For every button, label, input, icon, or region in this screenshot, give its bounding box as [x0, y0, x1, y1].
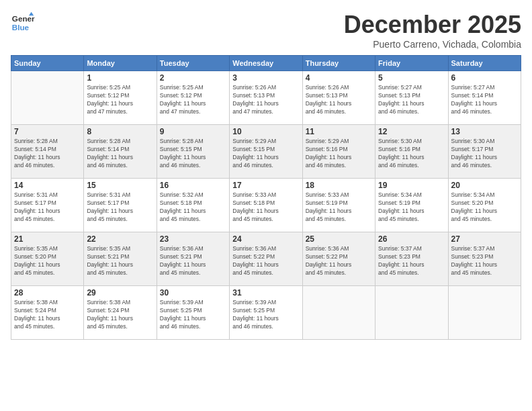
- calendar-week-3: 14Sunrise: 5:31 AM Sunset: 5:17 PM Dayli…: [11, 179, 521, 232]
- day-info: Sunrise: 5:35 AM Sunset: 5:21 PM Dayligh…: [87, 245, 153, 277]
- table-row: 20Sunrise: 5:34 AM Sunset: 5:20 PM Dayli…: [448, 179, 521, 232]
- day-info: Sunrise: 5:33 AM Sunset: 5:18 PM Dayligh…: [232, 191, 299, 224]
- day-info: Sunrise: 5:28 AM Sunset: 5:14 PM Dayligh…: [87, 138, 153, 170]
- day-number: 7: [14, 127, 81, 136]
- table-row: 24Sunrise: 5:36 AM Sunset: 5:22 PM Dayli…: [230, 232, 302, 286]
- day-info: Sunrise: 5:37 AM Sunset: 5:23 PM Dayligh…: [378, 245, 445, 277]
- day-number: 14: [14, 181, 81, 190]
- table-row: 25Sunrise: 5:36 AM Sunset: 5:22 PM Dayli…: [302, 232, 375, 286]
- title-section: December 2025 Puerto Carreno, Vichada, C…: [344, 11, 521, 50]
- day-number: 30: [160, 288, 226, 298]
- day-info: Sunrise: 5:34 AM Sunset: 5:19 PM Dayligh…: [378, 191, 445, 224]
- day-number: 24: [232, 234, 299, 244]
- table-row: 11Sunrise: 5:29 AM Sunset: 5:16 PM Dayli…: [302, 125, 375, 179]
- table-row: 4Sunrise: 5:26 AM Sunset: 5:13 PM Daylig…: [302, 71, 375, 125]
- day-number: 11: [306, 127, 372, 136]
- day-info: Sunrise: 5:38 AM Sunset: 5:24 PM Dayligh…: [87, 299, 153, 331]
- table-row: 2Sunrise: 5:25 AM Sunset: 5:12 PM Daylig…: [157, 71, 229, 125]
- day-info: Sunrise: 5:26 AM Sunset: 5:13 PM Dayligh…: [232, 84, 299, 116]
- table-row: 14Sunrise: 5:31 AM Sunset: 5:17 PM Dayli…: [11, 179, 84, 232]
- table-row: 31Sunrise: 5:39 AM Sunset: 5:25 PM Dayli…: [230, 286, 302, 340]
- day-info: Sunrise: 5:31 AM Sunset: 5:17 PM Dayligh…: [14, 191, 81, 224]
- day-info: Sunrise: 5:25 AM Sunset: 5:12 PM Dayligh…: [160, 84, 226, 116]
- table-row: 6Sunrise: 5:27 AM Sunset: 5:14 PM Daylig…: [448, 71, 521, 125]
- svg-text:Blue: Blue: [12, 23, 30, 32]
- day-info: Sunrise: 5:29 AM Sunset: 5:15 PM Dayligh…: [232, 138, 299, 170]
- day-number: 22: [87, 234, 153, 244]
- day-info: Sunrise: 5:35 AM Sunset: 5:20 PM Dayligh…: [14, 245, 81, 277]
- day-number: 16: [160, 181, 226, 190]
- table-row: 3Sunrise: 5:26 AM Sunset: 5:13 PM Daylig…: [230, 71, 302, 125]
- day-number: 21: [14, 234, 81, 244]
- day-info: Sunrise: 5:33 AM Sunset: 5:19 PM Dayligh…: [306, 191, 372, 224]
- day-info: Sunrise: 5:27 AM Sunset: 5:14 PM Dayligh…: [451, 84, 518, 116]
- day-info: Sunrise: 5:39 AM Sunset: 5:25 PM Dayligh…: [160, 299, 226, 331]
- col-monday: Monday: [84, 56, 157, 71]
- calendar-header: Sunday Monday Tuesday Wednesday Thursday…: [11, 56, 521, 71]
- col-thursday: Thursday: [302, 56, 375, 71]
- calendar-week-2: 7Sunrise: 5:28 AM Sunset: 5:14 PM Daylig…: [11, 125, 521, 179]
- day-info: Sunrise: 5:36 AM Sunset: 5:22 PM Dayligh…: [306, 245, 372, 277]
- table-row: 12Sunrise: 5:30 AM Sunset: 5:16 PM Dayli…: [375, 125, 448, 179]
- day-info: Sunrise: 5:36 AM Sunset: 5:22 PM Dayligh…: [232, 245, 299, 277]
- day-number: 12: [378, 127, 445, 136]
- day-number: 6: [451, 73, 518, 83]
- table-row: 5Sunrise: 5:27 AM Sunset: 5:13 PM Daylig…: [375, 71, 448, 125]
- day-number: 27: [451, 234, 518, 244]
- day-info: Sunrise: 5:26 AM Sunset: 5:13 PM Dayligh…: [306, 84, 372, 116]
- table-row: [448, 286, 521, 340]
- col-saturday: Saturday: [448, 56, 521, 71]
- day-info: Sunrise: 5:39 AM Sunset: 5:25 PM Dayligh…: [232, 299, 299, 331]
- table-row: 19Sunrise: 5:34 AM Sunset: 5:19 PM Dayli…: [375, 179, 448, 232]
- table-row: [11, 71, 84, 125]
- day-number: 2: [160, 73, 226, 83]
- table-row: 9Sunrise: 5:28 AM Sunset: 5:15 PM Daylig…: [157, 125, 229, 179]
- day-info: Sunrise: 5:36 AM Sunset: 5:21 PM Dayligh…: [160, 245, 226, 277]
- table-row: 10Sunrise: 5:29 AM Sunset: 5:15 PM Dayli…: [230, 125, 302, 179]
- day-number: 4: [306, 73, 372, 83]
- day-number: 5: [378, 73, 445, 83]
- table-row: 8Sunrise: 5:28 AM Sunset: 5:14 PM Daylig…: [84, 125, 157, 179]
- table-row: 16Sunrise: 5:32 AM Sunset: 5:18 PM Dayli…: [157, 179, 229, 232]
- header-row: Sunday Monday Tuesday Wednesday Thursday…: [11, 56, 521, 71]
- table-row: 29Sunrise: 5:38 AM Sunset: 5:24 PM Dayli…: [84, 286, 157, 340]
- calendar-body: 1Sunrise: 5:25 AM Sunset: 5:12 PM Daylig…: [11, 71, 521, 340]
- day-number: 9: [160, 127, 226, 136]
- table-row: 26Sunrise: 5:37 AM Sunset: 5:23 PM Dayli…: [375, 232, 448, 286]
- col-sunday: Sunday: [11, 56, 84, 71]
- table-row: 17Sunrise: 5:33 AM Sunset: 5:18 PM Dayli…: [230, 179, 302, 232]
- table-row: 23Sunrise: 5:36 AM Sunset: 5:21 PM Dayli…: [157, 232, 229, 286]
- table-row: 21Sunrise: 5:35 AM Sunset: 5:20 PM Dayli…: [11, 232, 84, 286]
- day-number: 10: [232, 127, 299, 136]
- day-number: 17: [232, 181, 299, 190]
- day-number: 1: [87, 73, 153, 83]
- day-info: Sunrise: 5:37 AM Sunset: 5:23 PM Dayligh…: [451, 245, 518, 277]
- table-row: 30Sunrise: 5:39 AM Sunset: 5:25 PM Dayli…: [157, 286, 229, 340]
- day-info: Sunrise: 5:30 AM Sunset: 5:17 PM Dayligh…: [451, 138, 518, 170]
- day-number: 25: [306, 234, 372, 244]
- table-row: 18Sunrise: 5:33 AM Sunset: 5:19 PM Dayli…: [302, 179, 375, 232]
- day-number: 3: [232, 73, 299, 83]
- day-number: 28: [14, 288, 81, 298]
- calendar-week-4: 21Sunrise: 5:35 AM Sunset: 5:20 PM Dayli…: [11, 232, 521, 286]
- day-info: Sunrise: 5:28 AM Sunset: 5:14 PM Dayligh…: [14, 138, 81, 170]
- day-info: Sunrise: 5:38 AM Sunset: 5:24 PM Dayligh…: [14, 299, 81, 331]
- logo-icon: General Blue: [11, 11, 35, 35]
- location: Puerto Carreno, Vichada, Colombia: [344, 39, 521, 50]
- day-number: 8: [87, 127, 153, 136]
- calendar-week-1: 1Sunrise: 5:25 AM Sunset: 5:12 PM Daylig…: [11, 71, 521, 125]
- day-number: 31: [232, 288, 299, 298]
- day-info: Sunrise: 5:25 AM Sunset: 5:12 PM Dayligh…: [87, 84, 153, 116]
- day-number: 29: [87, 288, 153, 298]
- day-info: Sunrise: 5:31 AM Sunset: 5:17 PM Dayligh…: [87, 191, 153, 224]
- calendar-week-5: 28Sunrise: 5:38 AM Sunset: 5:24 PM Dayli…: [11, 286, 521, 340]
- header: General Blue December 2025 Puerto Carren…: [11, 11, 521, 50]
- page-container: General Blue December 2025 Puerto Carren…: [11, 11, 521, 340]
- table-row: [302, 286, 375, 340]
- month-title: December 2025: [344, 11, 521, 39]
- table-row: [375, 286, 448, 340]
- logo: General Blue: [11, 11, 35, 35]
- day-info: Sunrise: 5:34 AM Sunset: 5:20 PM Dayligh…: [451, 191, 518, 224]
- table-row: 28Sunrise: 5:38 AM Sunset: 5:24 PM Dayli…: [11, 286, 84, 340]
- col-friday: Friday: [375, 56, 448, 71]
